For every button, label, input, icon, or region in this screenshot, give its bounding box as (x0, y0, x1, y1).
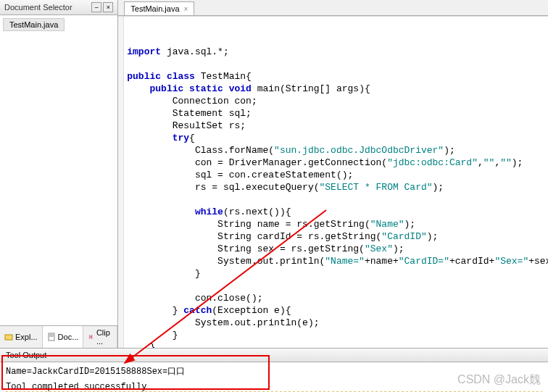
gutter (118, 17, 124, 348)
document-list: TestMain.java (0, 15, 117, 325)
svg-rect-0 (5, 335, 12, 340)
editor-tabs: TestMain.java × (118, 0, 548, 16)
panel-close-button[interactable]: × (103, 2, 113, 12)
editor-tab[interactable]: TestMain.java × (124, 1, 194, 15)
tool-output-title: Tool Output (0, 349, 548, 362)
document-item[interactable]: TestMain.java (3, 18, 65, 31)
tab-documents[interactable]: Doc... (43, 326, 84, 348)
tab-clip-label: Clip ... (96, 328, 112, 346)
document-icon (47, 333, 56, 341)
watermark: CSDN @Jack魏 (457, 372, 541, 388)
explorer-icon (4, 333, 13, 341)
tab-explorer-label: Expl... (15, 333, 38, 341)
tab-clip[interactable]: Clip ... (83, 326, 117, 348)
document-selector-panel: Document Selector – × TestMain.java Expl… (0, 0, 118, 348)
code-editor[interactable]: import java.sql.*; public class TestMain… (118, 16, 548, 348)
tab-explorer[interactable]: Expl... (0, 326, 43, 348)
close-icon[interactable]: × (184, 5, 188, 13)
panel-minimize-button[interactable]: – (91, 2, 101, 12)
panel-header: Document Selector – × (0, 0, 117, 15)
left-tabs: Expl... Doc... Clip ... (0, 325, 117, 348)
tab-documents-label: Doc... (58, 333, 79, 341)
editor-panel: TestMain.java × import java.sql.*; publi… (118, 0, 548, 348)
clip-icon (88, 333, 94, 341)
panel-title: Document Selector (4, 3, 90, 12)
editor-tab-label: TestMain.java (130, 4, 179, 13)
